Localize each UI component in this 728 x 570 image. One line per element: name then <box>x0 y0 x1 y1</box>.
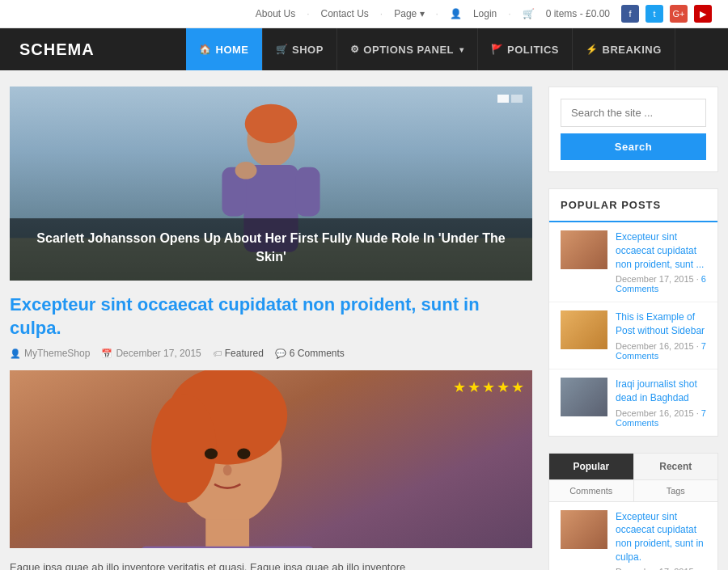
popular-post-1: Excepteur sint occaecat cupidatat non pr… <box>549 222 717 302</box>
sidebar: Search POPULAR POSTS Excepteur sint occa… <box>548 87 718 570</box>
popular-post-title-2[interactable]: This is Example of Post without Sidebar <box>616 310 706 338</box>
sep4: · <box>508 8 510 19</box>
popular-post-info-1: Excepteur sint occaecat cupidatat non pr… <box>616 230 706 293</box>
nav-home[interactable]: 🏠 HOME <box>186 28 263 70</box>
nav-breaking[interactable]: ⚡ BREAKING <box>573 28 675 70</box>
tab-tags[interactable]: Tags <box>634 480 718 501</box>
tabs-widget: Popular Recent Comments Tags Excepteur s… <box>548 453 718 570</box>
nav-options[interactable]: ⚙ OPTIONS PANEL ▾ <box>337 28 478 70</box>
article-comments[interactable]: 6 Comments <box>290 348 345 359</box>
popular-post-meta-2: December 16, 2015 · 7 Comments <box>616 341 706 361</box>
thumb-img-3 <box>561 378 607 416</box>
popular-post-thumb-1 <box>561 230 607 269</box>
nav-politics[interactable]: 🚩 POLITICS <box>478 28 573 70</box>
tab-popular[interactable]: Popular <box>549 454 634 479</box>
svg-rect-6 <box>296 167 320 217</box>
tag-icon: 🏷 <box>213 348 222 358</box>
site-logo: SCHEMA <box>0 28 186 70</box>
tab-comments[interactable]: Comments <box>549 480 634 501</box>
politics-icon: 🚩 <box>491 44 504 55</box>
popular-post-date-2: December 16, 2015 <box>616 341 694 351</box>
star-1: ★ <box>453 378 466 396</box>
calendar-icon: 📅 <box>101 348 112 359</box>
popular-post-2: This is Example of Post without Sidebar … <box>549 302 717 369</box>
tab-post-title-1[interactable]: Excepteur sint occaecat cupidatat non pr… <box>616 510 706 564</box>
svg-point-3 <box>245 104 298 143</box>
nav-items: 🏠 HOME 🛒 SHOP ⚙ OPTIONS PANEL ▾ 🚩 POLITI… <box>186 28 675 70</box>
article-date: December 17, 2015 <box>116 348 201 359</box>
about-us-link[interactable]: About Us <box>256 8 295 19</box>
cart-icon: 🛒 <box>523 8 535 19</box>
breaking-icon: ⚡ <box>586 44 599 55</box>
home-icon: 🏠 <box>199 44 212 55</box>
tab-thumb-img-1 <box>561 510 607 549</box>
dot-1[interactable] <box>497 95 509 103</box>
social-icons: f t G+ ▶ <box>621 5 712 23</box>
svg-rect-15 <box>205 519 249 548</box>
tab-post-1: Excepteur sint occaecat cupidatat non pr… <box>549 502 717 570</box>
hero-image: Scarlett Johansson Opens Up About Her Fi… <box>10 87 532 281</box>
svg-point-7 <box>235 162 257 179</box>
login-link[interactable]: Login <box>473 8 497 19</box>
facebook-icon[interactable]: f <box>621 5 639 23</box>
popular-posts-section: POPULAR POSTS Excepteur sint occaecat cu… <box>548 188 718 437</box>
sidebar-search: Search <box>548 87 718 172</box>
comments-meta: 💬 6 Comments <box>275 348 345 359</box>
youtube-icon[interactable]: ▶ <box>694 5 712 23</box>
svg-point-13 <box>237 449 250 459</box>
nav-home-label: HOME <box>216 44 249 56</box>
rating-stars: ★ ★ ★ ★ ★ <box>453 378 524 396</box>
tab-sub-row: Comments Tags <box>549 480 717 502</box>
page-wrapper: Scarlett Johansson Opens Up About Her Fi… <box>0 70 728 570</box>
search-input[interactable] <box>561 99 706 127</box>
tab-post-date-1: December 17, 2015 <box>616 567 706 570</box>
search-button[interactable]: Search <box>561 133 706 160</box>
star-2: ★ <box>468 378 480 396</box>
popular-post-thumb-3 <box>561 378 607 416</box>
author-name: MyThemeShop <box>24 348 90 359</box>
svg-point-12 <box>205 449 218 459</box>
comment-icon: 💬 <box>275 348 286 359</box>
popular-post-title-3[interactable]: Iraqi journalist shot dead in Baghdad <box>616 378 706 405</box>
sep1: · <box>307 8 309 19</box>
tab-post-thumb-1 <box>561 510 607 549</box>
top-bar: About Us · Contact Us · Page ▾ · 👤 Login… <box>0 0 728 28</box>
star-5: ★ <box>511 378 524 396</box>
article-img-bg <box>10 370 532 548</box>
popular-post-date-1: December 17, 2015 <box>616 274 694 284</box>
user-meta-icon: 👤 <box>10 348 21 359</box>
popular-post-title-1[interactable]: Excepteur sint occaecat cupidatat non pr… <box>616 230 706 271</box>
page-link[interactable]: Page ▾ <box>394 8 424 19</box>
tag-meta: 🏷 Featured <box>213 348 264 359</box>
svg-point-11 <box>151 394 217 503</box>
twitter-icon[interactable]: t <box>645 5 663 23</box>
chevron-down-icon: ▾ <box>459 45 464 54</box>
options-icon: ⚙ <box>350 44 360 55</box>
tab-recent[interactable]: Recent <box>634 454 718 479</box>
dot-2[interactable] <box>511 95 523 103</box>
svg-rect-16 <box>141 547 315 548</box>
nav-options-label: OPTIONS PANEL <box>363 44 454 56</box>
thumb-img-2 <box>561 310 607 349</box>
tabs-row: Popular Recent <box>549 454 717 480</box>
article-svg <box>10 370 532 548</box>
article-title[interactable]: Excepteur sint occaecat cupidatat non pr… <box>10 293 532 340</box>
googleplus-icon[interactable]: G+ <box>670 5 688 23</box>
article-category[interactable]: Featured <box>225 348 264 359</box>
user-icon: 👤 <box>450 8 462 19</box>
thumb-img-1 <box>561 230 607 269</box>
date-meta: 📅 December 17, 2015 <box>101 348 201 359</box>
contact-us-link[interactable]: Contact Us <box>321 8 369 19</box>
main-nav: SCHEMA 🏠 HOME 🛒 SHOP ⚙ OPTIONS PANEL ▾ 🚩… <box>0 28 728 70</box>
content-area: Scarlett Johansson Opens Up About Her Fi… <box>0 70 728 570</box>
popular-post-date-3: December 16, 2015 <box>616 408 694 418</box>
article-image: ★ ★ ★ ★ ★ <box>10 370 532 548</box>
popular-posts-title: POPULAR POSTS <box>549 189 717 222</box>
hero-nav-dots <box>497 95 523 103</box>
article-meta: 👤 MyThemeShop 📅 December 17, 2015 🏷 Feat… <box>10 348 532 359</box>
star-4: ★ <box>497 378 510 396</box>
author-meta: 👤 MyThemeShop <box>10 348 90 359</box>
cart-link[interactable]: 0 items - £0.00 <box>546 8 610 19</box>
nav-breaking-label: BREAKING <box>603 44 662 56</box>
nav-shop[interactable]: 🛒 SHOP <box>263 28 337 70</box>
